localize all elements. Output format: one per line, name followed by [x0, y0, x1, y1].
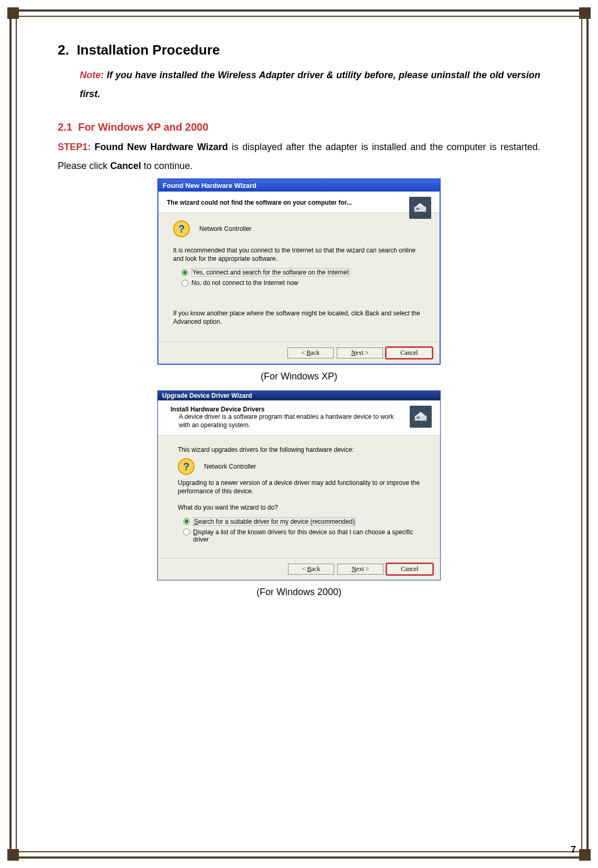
cancel-button[interactable]: Cancel [387, 564, 433, 575]
wizard-2k-upgrade-text: Upgrading to a newer version of a device… [178, 479, 425, 495]
question-icon: ? [173, 220, 190, 237]
wizard-xp-header: The wizard could not find the software o… [158, 192, 440, 213]
radio-yes-input[interactable] [181, 269, 188, 276]
heading-number: 2. [58, 42, 69, 58]
wizard-xp-footer: < Back Next > Cancel [158, 342, 440, 364]
wizard-2k-dialog: Upgrade Device Driver Wizard Install Har… [157, 390, 441, 580]
next-button[interactable]: Next > [337, 347, 383, 358]
wizard-2k-header-sub: A device driver is a software program th… [179, 413, 400, 429]
wizard-2k-intro: This wizard upgrades drivers for the fol… [178, 446, 425, 454]
wizard-xp-recommend-text: It is recommended that you connect to th… [173, 247, 425, 263]
wizard-xp-titlebar: Found New Hardware Wizard [158, 179, 440, 192]
wizard-xp-radio-group: Yes, connect and search for the software… [181, 268, 425, 287]
radio-yes-row[interactable]: Yes, connect and search for the software… [181, 268, 425, 277]
wizard-2k-titlebar: Upgrade Device Driver Wizard [158, 391, 440, 400]
radio-display-row[interactable]: Display a list of the known drivers for … [183, 528, 425, 543]
caption-xp: (For Windows XP) [58, 371, 540, 382]
step1-wizard-name: Found New Hardware Wizard [94, 142, 228, 152]
wizard-2k-question: What do you want the wizard to do? [178, 504, 425, 512]
back-button[interactable]: < Back [288, 564, 334, 575]
note-line: Note: If you have installed the Wireless… [80, 66, 540, 103]
svg-rect-2 [415, 416, 427, 421]
page-frame: 2. Installation Procedure Note: If you h… [0, 0, 598, 868]
device-name: Network Controller [199, 225, 251, 232]
wizard-2k-radio-group: Search for a suitable driver for my devi… [183, 517, 425, 543]
wizard-xp-wrap: Found New Hardware Wizard The wizard cou… [58, 178, 540, 365]
svg-rect-0 [414, 207, 426, 211]
radio-yes-label: Yes, connect and search for the software… [191, 268, 350, 277]
radio-search-label: Search for a suitable driver for my devi… [193, 517, 356, 526]
subsection-text: For Windows XP and 2000 [78, 121, 208, 133]
note-label: Note: [80, 70, 104, 80]
page-number: 7 [571, 844, 576, 855]
note-text: If you have installed the Wireless Adapt… [80, 70, 540, 99]
svg-rect-1 [417, 208, 420, 210]
subsection-number: 2.1 [58, 121, 72, 133]
heading-text: Installation Procedure [77, 42, 220, 58]
wizard-xp-header-text: The wizard could not find the software o… [167, 199, 352, 206]
wizard-2k-body: This wizard upgrades drivers for the fol… [158, 436, 440, 558]
wizard-2k-wrap: Upgrade Device Driver Wizard Install Har… [58, 390, 540, 580]
next-button[interactable]: Next > [337, 564, 383, 575]
device-name: Network Controller [204, 463, 256, 470]
radio-no-label: No, do not connect to the Internet now [191, 279, 298, 287]
radio-no-row[interactable]: No, do not connect to the Internet now [181, 279, 425, 287]
page-content: 2. Installation Procedure Note: If you h… [58, 42, 540, 826]
radio-display-input[interactable] [183, 528, 190, 535]
wizard-xp-hint-text: If you know another place where the soft… [173, 310, 425, 326]
wizard-2k-footer: < Back Next > Cancel [158, 558, 440, 580]
wizard-2k-header-title: Install Hardware Device Drivers [170, 406, 432, 413]
hardware-icon [409, 197, 431, 219]
hardware-icon [410, 406, 432, 428]
question-icon: ? [178, 458, 195, 475]
wizard-xp-body: ? Network Controller It is recommended t… [158, 213, 440, 342]
step1-paragraph: STEP1: Found New Hardware Wizard is disp… [58, 137, 540, 175]
radio-display-label: Display a list of the known drivers for … [193, 528, 425, 543]
step1-text-end: to continue. [144, 161, 193, 171]
caption-2k: (For Windows 2000) [58, 587, 540, 598]
radio-search-input[interactable] [183, 518, 190, 525]
step1-cancel-word: Cancel [110, 161, 141, 171]
wizard-2k-header: Install Hardware Device Drivers A device… [158, 400, 440, 435]
radio-no-input[interactable] [181, 280, 188, 287]
step1-label: STEP1: [58, 142, 94, 152]
back-button[interactable]: < Back [287, 347, 334, 358]
cancel-button[interactable]: Cancel [386, 347, 432, 358]
wizard-xp-dialog: Found New Hardware Wizard The wizard cou… [157, 178, 441, 365]
device-row: ? Network Controller [173, 220, 425, 237]
heading-subsection: 2.1 For Windows XP and 2000 [58, 121, 540, 133]
radio-search-row[interactable]: Search for a suitable driver for my devi… [183, 517, 425, 526]
svg-rect-3 [417, 417, 420, 419]
heading-section: 2. Installation Procedure [58, 42, 540, 58]
